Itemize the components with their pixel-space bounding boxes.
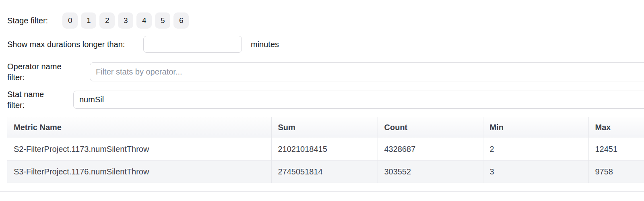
table-cell: 21021018415 [271, 138, 378, 161]
metric-name-cell: S2-FilterProject.1173.numSilentThrow [7, 138, 271, 161]
column-header-metric-name: Metric Name [7, 117, 271, 138]
stage-filter-buttons: 0123456 [62, 12, 189, 29]
column-header-count: Count [378, 117, 483, 138]
duration-filter-row: Show max durations longer than: minutes [7, 35, 644, 53]
table-row: S2-FilterProject.1173.numSilentThrow2102… [7, 138, 644, 161]
operator-filter-label: Operator name filter: [7, 61, 68, 83]
operator-filter-input[interactable] [90, 62, 644, 81]
stat-filter-label: Stat name filter: [7, 89, 52, 111]
table-cell: 303552 [378, 161, 483, 183]
stat-filter-row: Stat name filter: [7, 91, 644, 109]
section-divider [0, 191, 644, 192]
column-header-sum: Sum [271, 117, 378, 138]
stage-filter-label: Stage filter: [7, 15, 48, 26]
stage-filter-button-4[interactable]: 4 [136, 12, 152, 29]
table-cell: 2745051814 [271, 161, 378, 183]
table-cell: 12451 [588, 138, 644, 161]
duration-filter-label: Show max durations longer than: [7, 39, 143, 50]
metrics-table: Metric NameSumCountMinMax S2-FilterProje… [7, 117, 644, 183]
operator-filter-row: Operator name filter: [7, 62, 644, 81]
duration-unit-label: minutes [251, 39, 279, 50]
operator-filter-label-box: Operator name filter: [7, 61, 90, 83]
stage-stats-panel: Stage filter: 0123456 Show max durations… [0, 12, 644, 201]
metric-name-cell: S3-FilterProject.1176.numSilentThrow [7, 161, 271, 183]
stage-filter-button-2[interactable]: 2 [99, 12, 115, 29]
column-header-max: Max [588, 117, 644, 138]
duration-input[interactable] [143, 36, 242, 53]
stat-filter-input[interactable] [73, 91, 644, 109]
table-row: S3-FilterProject.1176.numSilentThrow2745… [7, 161, 644, 183]
table-cell: 2 [483, 138, 588, 161]
stage-filter-button-3[interactable]: 3 [118, 12, 133, 29]
stage-filter-row: Stage filter: 0123456 [7, 12, 644, 29]
column-header-min: Min [483, 117, 588, 138]
stage-filter-button-1[interactable]: 1 [81, 12, 96, 29]
stage-filter-button-5[interactable]: 5 [155, 12, 170, 29]
table-cell: 3 [483, 161, 588, 183]
stage-filter-button-0[interactable]: 0 [62, 12, 78, 29]
table-cell: 4328687 [378, 138, 483, 161]
table-cell: 9758 [588, 161, 644, 183]
table-header-row: Metric NameSumCountMinMax [7, 117, 644, 138]
stat-filter-label-box: Stat name filter: [7, 89, 73, 111]
stage-filter-button-6[interactable]: 6 [173, 12, 189, 29]
